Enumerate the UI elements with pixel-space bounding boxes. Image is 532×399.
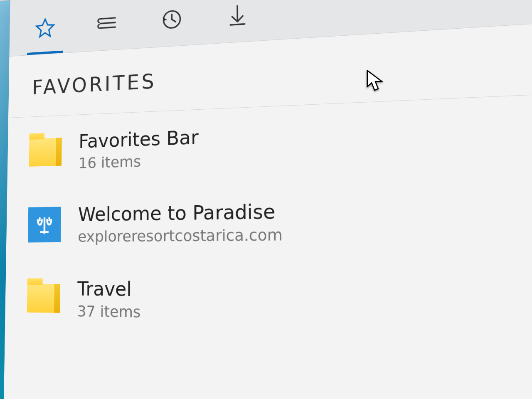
svg-line-10 <box>100 27 116 28</box>
favorites-item-subtitle: 37 items <box>77 302 141 321</box>
favorites-item-subtitle: exploreresortcostarica.com <box>78 226 283 245</box>
tab-reading-list[interactable] <box>92 7 122 51</box>
tab-favorites[interactable] <box>30 12 59 55</box>
favorites-item-title: Welcome to Paradise <box>78 200 283 225</box>
favorites-item-folder[interactable]: Travel 37 items <box>5 261 532 348</box>
favorites-item-title: Travel <box>77 277 141 300</box>
browser-window: FAVORITES Favorites Bar 16 items <box>0 0 532 399</box>
favorites-item-subtitle: 16 items <box>79 151 199 172</box>
favorites-item-site[interactable]: Welcome to Paradise exploreresortcostari… <box>6 175 532 261</box>
hub-panel: FAVORITES Favorites Bar 16 items <box>2 0 532 399</box>
svg-line-8 <box>100 18 116 19</box>
folder-icon <box>27 280 61 316</box>
site-tile-icon <box>28 207 61 243</box>
tab-history[interactable] <box>155 3 186 47</box>
tab-downloads[interactable] <box>222 0 254 43</box>
svg-line-13 <box>230 24 245 25</box>
svg-line-9 <box>100 22 116 24</box>
favorites-list: Favorites Bar 16 items Welcome to Paradi… <box>2 90 532 399</box>
folder-icon <box>29 134 62 170</box>
favorites-item-title: Favorites Bar <box>79 126 199 153</box>
